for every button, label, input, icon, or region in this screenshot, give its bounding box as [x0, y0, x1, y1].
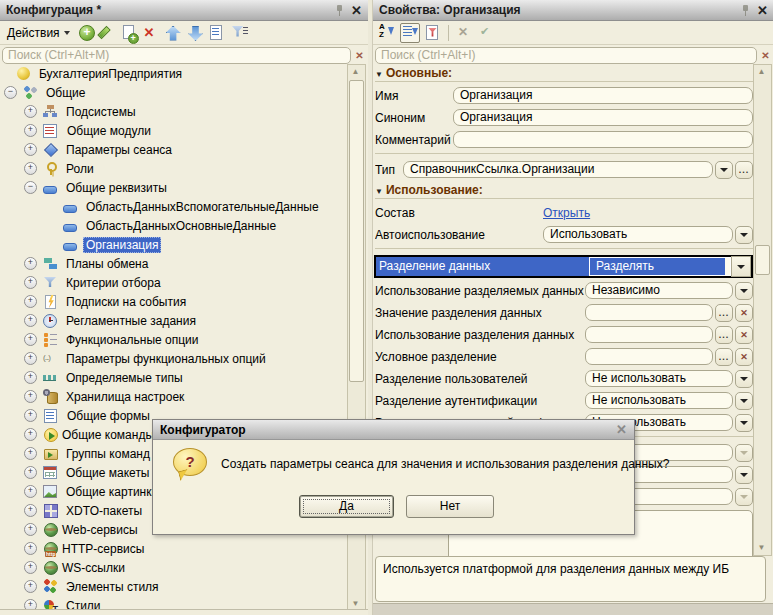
expand-icon[interactable]: +	[24, 295, 37, 308]
expand-icon[interactable]: +	[24, 143, 37, 156]
ellipsis-button[interactable]: ...	[715, 326, 733, 344]
tree-item[interactable]: +Планы обмена	[0, 254, 346, 273]
tree-item-label[interactable]: Элементы стиля	[63, 579, 162, 595]
scroll-thumb[interactable]	[349, 80, 364, 382]
dropdown-button[interactable]	[735, 414, 753, 432]
expand-icon[interactable]: +	[24, 485, 37, 498]
value-field[interactable]: Не использовать	[585, 392, 733, 409]
tree-item-label[interactable]: XDTO-пакеты	[63, 503, 145, 519]
tree-item-label[interactable]: Общие картинки	[63, 484, 161, 500]
expand-icon[interactable]: +	[24, 523, 37, 536]
tree-item-label[interactable]: Подписки на события	[63, 294, 189, 310]
ellipsis-button[interactable]: ...	[715, 348, 733, 366]
tree-item-label[interactable]: Подсистемы	[63, 104, 139, 120]
tree-item-label[interactable]: Роли	[63, 161, 97, 177]
close-icon[interactable]: ✕	[757, 4, 768, 17]
tree-item[interactable]: +Стили	[0, 596, 346, 610]
close-icon[interactable]: ✕	[351, 4, 362, 17]
dropdown-button[interactable]	[715, 161, 733, 179]
search-input[interactable]: Поиск (Ctrl+Alt+M)	[2, 47, 351, 64]
scroll-up-icon[interactable]: ▲	[754, 65, 769, 79]
tree-item-label[interactable]: Параметры сеанса	[63, 142, 175, 158]
value-field[interactable]: Не использовать	[585, 370, 733, 387]
tree-item[interactable]: +Функциональные опции	[0, 330, 346, 349]
clear-search-icon[interactable]: ✕	[759, 50, 772, 61]
tree-item[interactable]: +Определяемые типы	[0, 368, 346, 387]
expand-icon[interactable]: +	[24, 561, 37, 574]
pin-icon[interactable]	[336, 4, 343, 16]
clear-button[interactable]: ✕	[735, 348, 753, 366]
yes-button[interactable]: Да	[299, 495, 394, 518]
move-down-icon[interactable]	[186, 24, 204, 42]
filter-icon[interactable]	[230, 24, 248, 42]
section-header[interactable]: Основные:	[375, 66, 753, 82]
value-field[interactable]: Организация	[453, 109, 753, 126]
ellipsis-button[interactable]: ...	[735, 161, 753, 179]
sort-list-icon[interactable]	[208, 24, 226, 42]
value-field[interactable]	[585, 326, 713, 343]
dropdown-button[interactable]	[735, 466, 753, 484]
add-icon[interactable]	[79, 25, 95, 41]
tree-item-label[interactable]: Общие формы	[64, 408, 153, 424]
tree-item[interactable]: +WS-ссылки	[0, 558, 346, 577]
clear-button[interactable]: ✕	[735, 304, 753, 322]
value-field[interactable]	[585, 348, 713, 365]
value-field[interactable]: Разделять	[589, 257, 731, 276]
tree-item[interactable]: ОбластьДанныхВспомогательныеДанные	[0, 197, 346, 216]
section-header[interactable]: Использование:	[375, 183, 753, 199]
scroll-up-icon[interactable]: ▲	[348, 65, 363, 79]
tree-item[interactable]: +Параметры сеанса	[0, 140, 346, 159]
clone-icon[interactable]	[120, 24, 138, 42]
tree-item-label[interactable]: Общие	[43, 85, 88, 101]
expand-icon[interactable]: +	[24, 390, 37, 403]
tree-item[interactable]: +Регламентные задания	[0, 311, 346, 330]
tree-item[interactable]: +Подсистемы	[0, 102, 346, 121]
expand-icon[interactable]: +	[24, 504, 37, 517]
clear-button[interactable]: ✕	[735, 326, 753, 344]
tree-item-label[interactable]: Критерии отбора	[63, 275, 164, 291]
value-field[interactable]	[453, 131, 753, 148]
tree-item-label[interactable]: Регламентные задания	[63, 313, 199, 329]
tree-item[interactable]: +Общие модули	[0, 121, 346, 140]
tree-item-label[interactable]: Функциональные опции	[63, 332, 202, 348]
tree-item[interactable]: +Критерии отбора	[0, 273, 346, 292]
value-field[interactable]: Независимо	[585, 282, 733, 299]
pin-icon[interactable]	[742, 4, 749, 16]
tree-item[interactable]: +HTTP-сервисы	[0, 539, 346, 558]
tree-item-label[interactable]: Общие модули	[64, 123, 154, 139]
tree-item-label[interactable]: Общие макеты	[63, 465, 153, 481]
tree-item-label[interactable]: ОбластьДанныхВспомогательныеДанные	[83, 199, 322, 215]
expand-icon[interactable]: +	[24, 276, 37, 289]
collapse-icon[interactable]: −	[24, 181, 37, 194]
edit-pencil-icon[interactable]	[98, 24, 116, 42]
scroll-thumb[interactable]	[755, 245, 770, 275]
expand-icon[interactable]: +	[24, 314, 37, 327]
tree-item[interactable]: Организация	[0, 235, 346, 254]
tree-item-label[interactable]: Web-сервисы	[59, 522, 141, 538]
dropdown-button[interactable]	[735, 226, 753, 244]
expand-icon[interactable]: +	[24, 371, 37, 384]
tree-item-label[interactable]: ОбластьДанныхОсновныеДанные	[83, 218, 279, 234]
tree-item[interactable]: −Общие реквизиты	[0, 178, 346, 197]
tree-item-label[interactable]: Общие реквизиты	[63, 180, 170, 196]
delete-icon[interactable]	[142, 24, 160, 42]
expand-icon[interactable]: +	[24, 447, 37, 460]
dialog-close-icon[interactable]: ✕	[616, 423, 627, 436]
clear-search-icon[interactable]: ✕	[353, 50, 366, 61]
tree-item[interactable]: +Подписки на события	[0, 292, 346, 311]
tree-item-label[interactable]: Параметры функциональных опций	[63, 351, 269, 367]
tree-item-label[interactable]: Планы обмена	[63, 256, 151, 272]
tree-item[interactable]: +Хранилища настроек	[0, 387, 346, 406]
expand-icon[interactable]: +	[24, 352, 37, 365]
tree-item[interactable]: БухгалтерияПредприятия	[0, 64, 346, 83]
expand-icon[interactable]: +	[24, 333, 37, 346]
dropdown-button[interactable]	[731, 256, 751, 277]
expand-icon[interactable]: +	[24, 542, 37, 555]
ellipsis-button[interactable]: ...	[715, 304, 733, 322]
tree-item-label[interactable]: Организация	[83, 237, 161, 253]
sort-alphabetical-icon[interactable]	[378, 24, 396, 42]
tree-item[interactable]: +Элементы стиля	[0, 577, 346, 596]
tree-item-label[interactable]: Общие команды	[59, 427, 157, 443]
filter-properties-icon[interactable]	[424, 24, 442, 42]
no-button[interactable]: Нет	[406, 495, 494, 518]
